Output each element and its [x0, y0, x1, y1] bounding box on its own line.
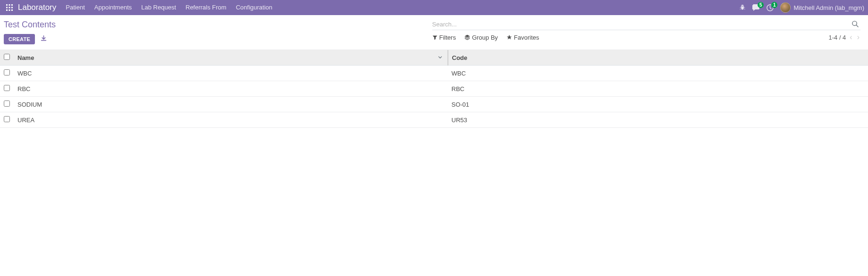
data-table: Name Code WBC WBC RBC RBC [0, 50, 868, 128]
messages-icon[interactable]: 5 [752, 4, 760, 11]
nav-links: Patient Appointments Lab Request Referra… [61, 0, 277, 15]
row-checkbox-cell [0, 66, 14, 81]
header-code-label: Code [452, 54, 468, 61]
bug-icon[interactable] [739, 4, 746, 11]
svg-rect-6 [6, 9, 8, 11]
search-row [432, 19, 861, 30]
create-button[interactable]: CREATE [4, 34, 35, 44]
table-header-row: Name Code [0, 50, 868, 66]
header-name[interactable]: Name [14, 50, 448, 66]
svg-rect-5 [11, 7, 13, 8]
svg-rect-3 [6, 7, 8, 8]
nav-link-lab-request[interactable]: Lab Request [136, 0, 181, 15]
svg-rect-7 [9, 9, 10, 11]
pager-next[interactable]: › [856, 33, 860, 42]
table-row[interactable]: WBC WBC [0, 66, 868, 81]
favorites-label: Favorites [514, 34, 539, 41]
row-checkbox[interactable] [4, 100, 10, 107]
search-input[interactable] [432, 19, 850, 30]
activities-icon[interactable]: 1 [767, 4, 774, 11]
user-menu[interactable]: Mitchell Admin (lab_mgm) [780, 2, 864, 13]
chevron-down-icon [438, 54, 443, 61]
groupby-label: Group By [472, 34, 498, 41]
cell-code: WBC [448, 66, 868, 81]
star-icon [506, 34, 512, 40]
cell-name: RBC [14, 81, 448, 97]
svg-rect-8 [11, 9, 13, 11]
cell-name: WBC [14, 66, 448, 81]
row-checkbox[interactable] [4, 69, 10, 75]
funnel-icon [432, 35, 438, 40]
cp-right: Filters Group By Favorites 1-4 / 4 ‹ › [432, 19, 861, 45]
pager: 1-4 / 4 ‹ › [828, 33, 860, 42]
navbar: Laboratory Patient Appointments Lab Requ… [0, 0, 868, 15]
nav-link-referrals-from[interactable]: Referrals From [181, 0, 231, 15]
header-code[interactable]: Code [448, 50, 868, 66]
layers-icon [464, 34, 470, 40]
control-panel: Test Contents CREATE [0, 15, 868, 50]
nav-link-patient[interactable]: Patient [61, 0, 89, 15]
cell-code: UR53 [448, 112, 868, 128]
pager-text[interactable]: 1-4 / 4 [828, 34, 846, 41]
svg-rect-2 [11, 4, 13, 6]
row-checkbox[interactable] [4, 116, 10, 122]
filters-button[interactable]: Filters [432, 34, 456, 41]
download-icon [41, 35, 47, 42]
nav-link-configuration[interactable]: Configuration [231, 0, 277, 15]
svg-rect-0 [6, 4, 8, 6]
pager-prev[interactable]: ‹ [849, 33, 853, 42]
activities-badge: 1 [771, 2, 778, 8]
filter-row: Filters Group By Favorites 1-4 / 4 ‹ › [432, 33, 861, 45]
table-container: Name Code WBC WBC RBC RBC [0, 50, 868, 128]
table-row[interactable]: RBC RBC [0, 81, 868, 97]
select-all-checkbox[interactable] [4, 54, 10, 60]
row-checkbox[interactable] [4, 85, 10, 91]
page-title: Test Contents [4, 19, 432, 33]
groupby-button[interactable]: Group By [464, 34, 498, 41]
messages-badge: 5 [758, 2, 764, 8]
avatar [780, 2, 791, 13]
cp-left: Test Contents CREATE [4, 19, 432, 50]
svg-rect-4 [9, 7, 10, 8]
cell-name: UREA [14, 112, 448, 128]
header-checkbox-cell [0, 50, 14, 66]
favorites-button[interactable]: Favorites [506, 34, 539, 41]
download-button[interactable] [38, 33, 50, 45]
filters-label: Filters [439, 34, 456, 41]
table-row[interactable]: SODIUM SO-01 [0, 97, 868, 112]
row-checkbox-cell [0, 97, 14, 112]
user-label: Mitchell Admin (lab_mgm) [793, 4, 864, 11]
navbar-right: 5 1 Mitchell Admin (lab_mgm) [739, 2, 864, 13]
navbar-left: Laboratory Patient Appointments Lab Requ… [4, 0, 277, 15]
row-checkbox-cell [0, 112, 14, 128]
row-checkbox-cell [0, 81, 14, 97]
apps-icon[interactable] [4, 2, 15, 13]
cell-code: RBC [448, 81, 868, 97]
svg-rect-1 [9, 4, 10, 6]
cell-code: SO-01 [448, 97, 868, 112]
brand-label[interactable]: Laboratory [18, 3, 61, 12]
cp-buttons: CREATE [4, 33, 432, 50]
nav-link-appointments[interactable]: Appointments [90, 0, 137, 15]
cell-name: SODIUM [14, 97, 448, 112]
search-icon[interactable] [850, 20, 860, 29]
header-name-label: Name [17, 54, 34, 61]
table-row[interactable]: UREA UR53 [0, 112, 868, 128]
